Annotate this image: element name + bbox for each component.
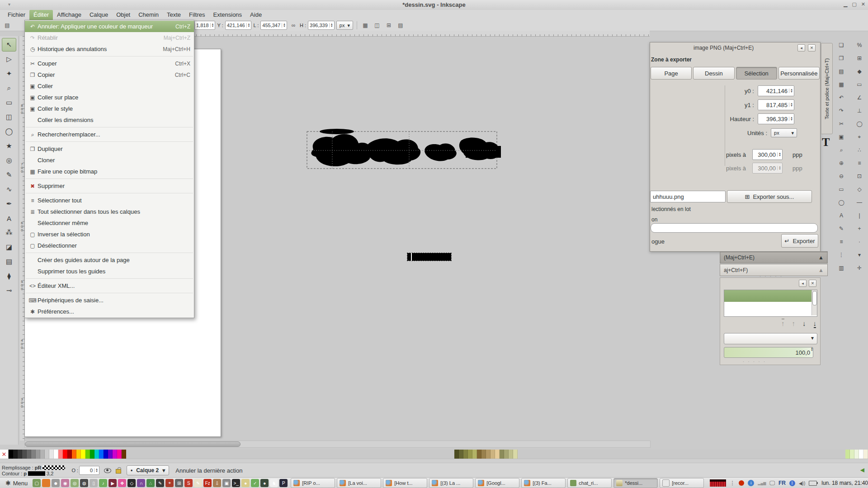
command-icon[interactable]: ≡ <box>837 237 846 246</box>
window-recor[interactable]: [recor... <box>660 478 704 488</box>
unity-app-icon[interactable]: ◇ <box>127 479 136 487</box>
rect-tool[interactable]: ▭ <box>2 96 16 109</box>
color-swatch[interactable] <box>459 450 463 459</box>
layer-lock-icon[interactable] <box>116 469 121 474</box>
color-swatch[interactable] <box>850 450 854 459</box>
snap-icon[interactable]: ◇ <box>855 185 864 194</box>
menu-item-coller[interactable]: ▣ Coller <box>25 80 194 92</box>
menu-item-cloner[interactable]: Cloner <box>25 155 194 166</box>
photos-app-icon[interactable]: ❖ <box>118 479 126 487</box>
color-swatch[interactable] <box>122 450 126 459</box>
eraser-tool[interactable]: ◪ <box>2 240 16 254</box>
dock-header-export[interactable]: (Maj+Ctrl+E) ▲ <box>720 251 828 263</box>
tab-personnalisee[interactable]: Personnalisée <box>778 67 820 80</box>
snap-icon[interactable]: + <box>855 224 864 233</box>
pencil-tool[interactable]: ✎ <box>2 168 16 182</box>
color-swatch[interactable] <box>45 450 49 459</box>
units-dropdown[interactable]: px▾ <box>771 128 797 137</box>
color-swatch[interactable] <box>67 450 72 459</box>
layer-list-scrollbar[interactable] <box>811 290 817 315</box>
tab-dessin[interactable]: Dessin <box>693 67 734 80</box>
notes-app-icon[interactable]: ✎ <box>194 479 202 487</box>
orb-app-icon[interactable]: ● <box>241 479 250 487</box>
snap-icon[interactable]: ⊥ <box>855 106 864 115</box>
text-font-dock-tab[interactable]: Texte et police (Maj+Ctrl+T) <box>821 43 833 134</box>
color-swatch[interactable] <box>36 450 40 459</box>
scrollbar-thumb[interactable] <box>25 441 241 447</box>
ellipse-tool[interactable]: ◯ <box>2 125 16 138</box>
menu-item-creer-guides[interactable]: Créer des guides autour de la page <box>25 254 194 266</box>
lower-layer-button[interactable]: ↓ <box>802 319 806 327</box>
command-icon[interactable]: A <box>837 211 846 220</box>
y1-field[interactable]: 817,485▲▼ <box>758 99 794 110</box>
command-icon[interactable]: ⌕ <box>837 145 846 155</box>
menu-item[interactable] <box>26 278 193 279</box>
drawing-artwork[interactable] <box>305 128 524 171</box>
affect-corners-icon[interactable]: ◫ <box>373 21 382 30</box>
menu-filtres[interactable]: Filtres <box>185 10 209 20</box>
snap-icon[interactable]: | <box>855 211 864 220</box>
snap-icon[interactable]: ⊡ <box>855 172 864 181</box>
snap-icon[interactable]: ◯ <box>855 119 864 128</box>
color-swatch[interactable] <box>104 450 108 459</box>
selection-options-icon[interactable]: ▤ <box>3 21 12 30</box>
close-button[interactable]: ✕ <box>861 1 865 7</box>
snap-icon[interactable]: ✛ <box>855 263 864 272</box>
menu-item-couper[interactable]: ✂ Couper Ctrl+X <box>25 58 194 69</box>
molecules-app-icon[interactable]: ∴ <box>146 479 155 487</box>
snap-icon[interactable]: ▭ <box>855 80 864 89</box>
menu-item-selectionner-calques[interactable]: ≣ Tout sélectionner dans tous les calque… <box>25 206 194 217</box>
window-chat-ri[interactable]: chat_ri... <box>567 478 612 488</box>
volume-icon[interactable]: ◀)) <box>799 481 805 486</box>
dock-toggle-icon[interactable]: ◂ <box>797 44 805 52</box>
export-as-button[interactable]: ⊞ Exporter sous... <box>727 190 812 203</box>
menu-item-preferences[interactable]: ✱ Préférences... <box>25 306 194 317</box>
color-swatch[interactable] <box>90 450 94 459</box>
node-tool[interactable]: ▷ <box>2 52 16 66</box>
color-swatch[interactable] <box>117 450 122 459</box>
color-swatch[interactable] <box>113 450 117 459</box>
terminal-app-icon[interactable]: >_ <box>232 479 240 487</box>
menu-item-annuler[interactable]: ↶ Annuler: Appliquer une couleur de marq… <box>25 21 194 32</box>
fill-swatch[interactable] <box>42 465 65 470</box>
dock-toggle-icon[interactable]: ◂ <box>799 280 807 287</box>
tweak-tool[interactable]: ✦ <box>2 67 16 80</box>
menu-item[interactable] <box>26 193 193 193</box>
current-layer-dropdown[interactable]: • Calque 2 ▾ <box>127 465 169 475</box>
color-swatch[interactable] <box>49 450 54 459</box>
window-la-voi[interactable]: [La voi... <box>337 478 381 488</box>
affect-gradient-icon[interactable]: ⊞ <box>384 21 393 30</box>
pen-app-icon[interactable]: ✎ <box>156 479 164 487</box>
signal-icon[interactable]: ▂▄▆ <box>758 481 766 485</box>
disc-app-icon[interactable]: ◎ <box>71 479 79 487</box>
unit-dropdown[interactable]: px▾ <box>336 21 353 30</box>
color-swatch[interactable] <box>495 450 500 459</box>
p-app-icon[interactable]: P <box>279 479 288 487</box>
raise-to-top-button[interactable]: ↑ <box>781 319 785 327</box>
snap-icon[interactable]: ∴ <box>855 145 864 155</box>
screen-app-icon[interactable]: ▣ <box>222 479 231 487</box>
update-shield-icon[interactable]: i <box>748 480 754 486</box>
files-launcher-icon[interactable]: ▢ <box>33 479 41 487</box>
window-3-fa[interactable]: [(3) Fa... <box>521 478 566 488</box>
menu-item-copie-bitmap[interactable]: ▦ Faire une copie bitmap <box>25 166 194 177</box>
star-tool[interactable]: ★ <box>2 139 16 153</box>
export-filename-field[interactable]: uhhuuu.png <box>650 191 726 202</box>
color-swatch[interactable] <box>513 450 518 459</box>
lower-to-bottom-button[interactable]: ↓ <box>813 319 817 327</box>
command-icon[interactable]: ⊖ <box>837 172 846 181</box>
menu-fichier[interactable]: Fichier <box>4 10 29 20</box>
export-button[interactable]: ↵ Exporter <box>781 234 818 248</box>
color-swatch[interactable] <box>85 450 90 459</box>
menu-affichage[interactable]: Affichage <box>53 10 85 20</box>
color-swatch[interactable] <box>509 450 513 459</box>
layer-visibility-icon[interactable] <box>104 468 111 473</box>
command-icon[interactable]: ⋮ <box>837 250 846 259</box>
horse-app-icon[interactable]: ♞ <box>270 479 278 487</box>
menu-item[interactable] <box>26 127 193 127</box>
export-height-field[interactable]: 396,339▲▼ <box>758 113 794 124</box>
color-swatch[interactable] <box>40 450 45 459</box>
color-swatch[interactable] <box>863 450 868 459</box>
menu-item[interactable] <box>26 141 193 142</box>
window-how-t[interactable]: [How t... <box>383 478 427 488</box>
